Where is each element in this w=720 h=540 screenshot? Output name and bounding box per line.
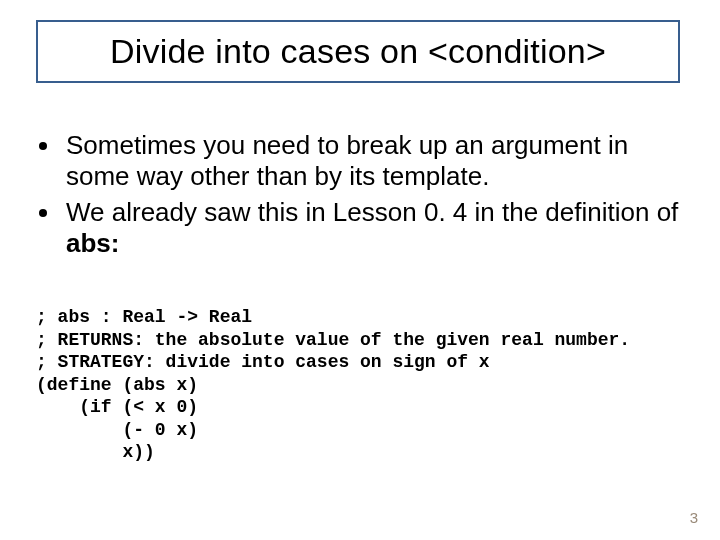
body: Sometimes you need to break up an argume… [36,130,684,265]
list-item: We already saw this in Lesson 0. 4 in th… [62,197,684,258]
slide-title: Divide into cases on <condition> [52,32,664,71]
slide: Divide into cases on <condition> Sometim… [0,0,720,540]
title-box: Divide into cases on <condition> [36,20,680,83]
code-block: ; abs : Real -> Real ; RETURNS: the abso… [36,306,684,464]
bullet-text: We already saw this in Lesson 0. 4 in th… [66,197,678,227]
list-item: Sometimes you need to break up an argume… [62,130,684,191]
bullet-list: Sometimes you need to break up an argume… [36,130,684,259]
bullet-text: Sometimes you need to break up an argume… [66,130,628,191]
bullet-bold: abs: [66,228,119,258]
page-number: 3 [690,509,698,526]
